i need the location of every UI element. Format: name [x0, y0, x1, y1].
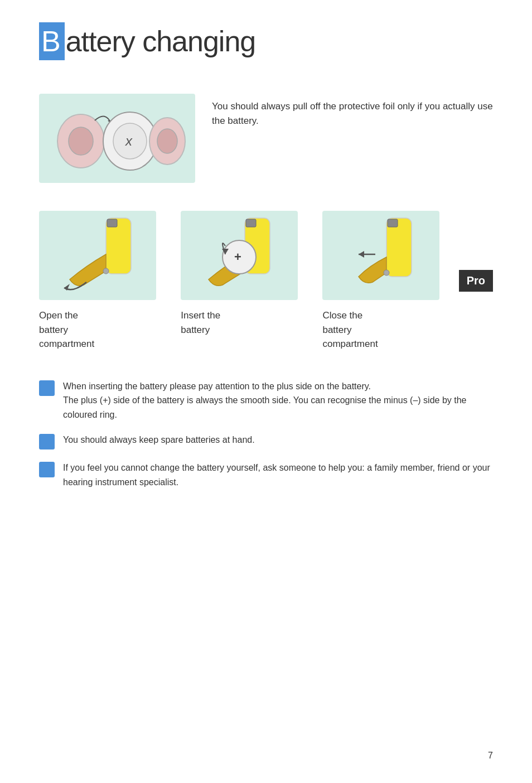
svg-point-10	[103, 268, 109, 274]
info-item-2: You should always keep spare batteries a…	[39, 433, 493, 450]
step-close: Close the battery compartment	[322, 211, 453, 351]
steps-grid: Open the battery compartment	[39, 211, 453, 351]
step-open-image	[39, 211, 156, 300]
svg-point-19	[384, 270, 389, 276]
info-bullet-3	[39, 462, 55, 477]
info-text-1: When inserting the battery please pay at…	[63, 379, 493, 422]
info-bullet-1	[39, 380, 55, 396]
step-open: Open the battery compartment	[39, 211, 170, 351]
info-item-3: If you feel you cannot change the batter…	[39, 461, 493, 489]
svg-point-7	[157, 129, 177, 153]
pro-badge: Pro	[459, 270, 493, 292]
title-section: B attery changing	[39, 22, 493, 60]
svg-rect-18	[388, 219, 398, 227]
title-highlight-letter: B	[41, 25, 60, 57]
svg-point-1	[69, 127, 93, 155]
step-close-image	[322, 211, 439, 300]
step-insert-image: +	[181, 211, 298, 300]
title-highlight: B	[39, 22, 65, 60]
svg-rect-9	[107, 219, 117, 227]
step-open-label: Open the battery compartment	[39, 308, 94, 351]
svg-marker-20	[359, 251, 364, 258]
info-text-2: You should always keep spare batteries a…	[63, 433, 493, 447]
step-close-label: Close the battery compartment	[322, 308, 378, 351]
info-text-3: If you feel you cannot change the batter…	[63, 461, 493, 489]
foil-section: x You should always pull off the protect…	[39, 94, 493, 183]
page-number: 7	[488, 751, 493, 761]
insert-battery-illustration: +	[183, 212, 295, 299]
foil-text: You should always pull off the protectiv…	[212, 94, 493, 128]
steps-section: Open the battery compartment	[39, 211, 493, 351]
title-rest: attery changing	[66, 25, 256, 58]
info-bullet-2	[39, 434, 55, 450]
page-container: B attery changing x	[0, 0, 532, 523]
svg-text:+: +	[234, 250, 241, 264]
foil-image: x	[39, 94, 195, 183]
svg-rect-13	[246, 219, 256, 227]
open-battery-illustration	[42, 212, 153, 299]
step-insert-label: Insert the battery	[181, 308, 220, 337]
svg-text:x: x	[125, 133, 133, 148]
foil-illustration: x	[47, 99, 187, 177]
info-section: When inserting the battery please pay at…	[39, 379, 493, 490]
close-battery-illustration	[325, 212, 437, 299]
info-item-1: When inserting the battery please pay at…	[39, 379, 493, 422]
step-insert: + Insert the battery	[181, 211, 311, 351]
